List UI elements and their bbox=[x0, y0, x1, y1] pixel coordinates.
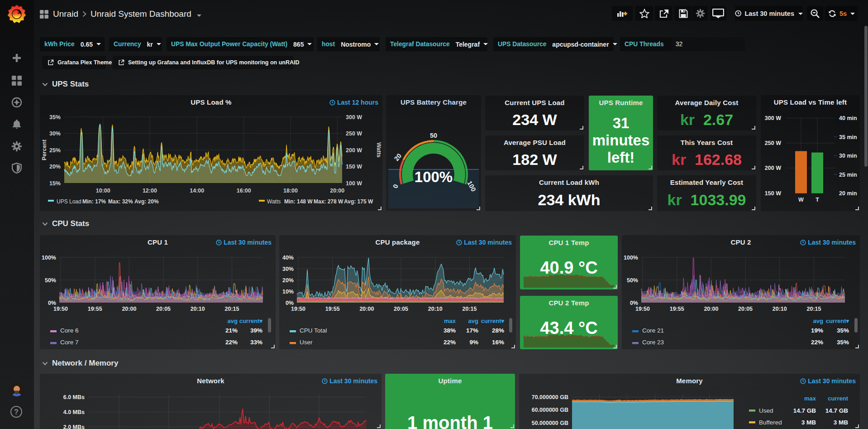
svg-text:50%: 50% bbox=[45, 277, 56, 284]
svg-text:0%: 0% bbox=[48, 300, 56, 306]
svg-text:21%: 21% bbox=[225, 327, 238, 334]
svg-text:35 min: 35 min bbox=[839, 134, 857, 140]
svg-text:max: max bbox=[444, 318, 456, 324]
svg-text:20:05: 20:05 bbox=[156, 306, 171, 312]
svg-text:User: User bbox=[300, 339, 313, 346]
svg-text:14.7 GB: 14.7 GB bbox=[825, 407, 849, 414]
svg-text:40%: 40% bbox=[282, 255, 294, 261]
svg-text:30%: 30% bbox=[282, 266, 294, 272]
svg-text:current▾: current▾ bbox=[239, 318, 263, 324]
svg-text:avg: avg bbox=[468, 318, 478, 324]
svg-text:33%: 33% bbox=[250, 339, 262, 346]
svg-text:Percent: Percent bbox=[41, 139, 48, 160]
svg-text:40 min: 40 min bbox=[839, 115, 857, 121]
svg-text:22%: 22% bbox=[811, 339, 823, 346]
svg-text:20:10: 20:10 bbox=[191, 306, 205, 312]
svg-text:14.7 GB: 14.7 GB bbox=[793, 407, 816, 414]
svg-text:Core 21: Core 21 bbox=[642, 327, 664, 334]
svg-text:28%: 28% bbox=[492, 327, 504, 334]
svg-text:avg: avg bbox=[813, 318, 823, 324]
svg-text:20 min: 20 min bbox=[839, 190, 857, 197]
svg-text:6.0 MBs: 6.0 MBs bbox=[63, 394, 85, 400]
svg-text:100%: 100% bbox=[415, 169, 453, 185]
svg-text:CPU Total: CPU Total bbox=[300, 327, 327, 334]
svg-text:150 W: 150 W bbox=[765, 190, 781, 197]
svg-text:22%: 22% bbox=[444, 339, 456, 346]
svg-text:20:00: 20:00 bbox=[704, 306, 718, 312]
svg-text:4.0 MBs: 4.0 MBs bbox=[63, 409, 85, 415]
svg-text:20%: 20% bbox=[49, 164, 61, 170]
svg-text:20:05: 20:05 bbox=[394, 306, 408, 312]
svg-text:100%: 100% bbox=[42, 255, 56, 261]
svg-text:19:50: 19:50 bbox=[635, 306, 650, 312]
svg-text:15%: 15% bbox=[49, 180, 61, 187]
svg-text:12:00: 12:00 bbox=[143, 188, 157, 194]
svg-text:14:00: 14:00 bbox=[190, 188, 204, 194]
svg-text:19:50: 19:50 bbox=[291, 306, 305, 312]
svg-text:20:15: 20:15 bbox=[463, 306, 477, 312]
svg-text:Min: 148 W: Min: 148 W bbox=[284, 198, 313, 205]
svg-text:0%: 0% bbox=[286, 300, 294, 306]
svg-text:70.000000 GB: 70.000000 GB bbox=[532, 394, 568, 400]
svg-text:38%: 38% bbox=[444, 327, 456, 334]
svg-text:Core 23: Core 23 bbox=[642, 339, 664, 346]
svg-text:20%: 20% bbox=[282, 277, 294, 284]
svg-text:20:15: 20:15 bbox=[225, 306, 239, 312]
svg-text:50: 50 bbox=[430, 132, 437, 139]
svg-text:39%: 39% bbox=[250, 327, 262, 334]
svg-text:20: 20 bbox=[393, 152, 403, 163]
svg-text:2.0 MBs: 2.0 MBs bbox=[63, 424, 85, 429]
svg-text:0%: 0% bbox=[630, 300, 638, 306]
svg-text:100 W: 100 W bbox=[346, 180, 362, 187]
svg-text:Max: 278 W: Max: 278 W bbox=[314, 198, 343, 205]
svg-text:20:10: 20:10 bbox=[428, 306, 443, 312]
svg-text:current: current bbox=[828, 395, 848, 402]
svg-text:300 W: 300 W bbox=[346, 114, 362, 121]
svg-text:3 MB: 3 MB bbox=[834, 419, 849, 426]
svg-text:10:00: 10:00 bbox=[96, 188, 110, 194]
svg-text:250 W: 250 W bbox=[765, 140, 781, 146]
svg-text:20:10: 20:10 bbox=[773, 306, 787, 312]
svg-text:W: W bbox=[798, 197, 804, 203]
svg-text:Core 6: Core 6 bbox=[60, 327, 79, 334]
svg-text:Avg: 175 W: Avg: 175 W bbox=[344, 198, 373, 205]
svg-text:T: T bbox=[816, 197, 819, 203]
svg-text:25%: 25% bbox=[49, 147, 61, 154]
svg-text:20:15: 20:15 bbox=[807, 306, 821, 312]
svg-text:30 min: 30 min bbox=[839, 153, 857, 159]
svg-text:300 W: 300 W bbox=[765, 115, 781, 121]
svg-text:100%: 100% bbox=[624, 255, 638, 261]
svg-text:20:00: 20:00 bbox=[122, 306, 136, 312]
svg-text:Watts: Watts bbox=[376, 142, 382, 158]
svg-text:18:00: 18:00 bbox=[283, 188, 298, 194]
svg-text:19:55: 19:55 bbox=[670, 306, 684, 312]
svg-text:19:50: 19:50 bbox=[53, 306, 68, 312]
svg-text:20:00: 20:00 bbox=[359, 306, 374, 312]
svg-text:20:05: 20:05 bbox=[738, 306, 753, 312]
svg-text:Watts: Watts bbox=[267, 198, 281, 205]
svg-text:10%: 10% bbox=[282, 289, 294, 295]
svg-text:Avg: 20%: Avg: 20% bbox=[134, 198, 159, 205]
svg-text:19:55: 19:55 bbox=[325, 306, 340, 312]
svg-text:9%: 9% bbox=[469, 339, 478, 346]
svg-text:35%: 35% bbox=[837, 339, 849, 346]
svg-text:22%: 22% bbox=[225, 339, 238, 346]
svg-text:Max: 32%: Max: 32% bbox=[108, 198, 133, 205]
svg-text:19%: 19% bbox=[811, 327, 823, 334]
svg-text:16:00: 16:00 bbox=[237, 188, 251, 194]
svg-text:current▾: current▾ bbox=[481, 318, 505, 324]
svg-text:current▾: current▾ bbox=[826, 318, 849, 324]
svg-text:200 W: 200 W bbox=[346, 147, 362, 154]
svg-text:20:00: 20:00 bbox=[330, 188, 344, 194]
svg-text:60.000000 GB: 60.000000 GB bbox=[532, 407, 568, 413]
svg-text:50.000000 GB: 50.000000 GB bbox=[532, 420, 568, 426]
svg-text:UPS Load: UPS Load bbox=[57, 198, 81, 205]
svg-text:16%: 16% bbox=[492, 339, 504, 346]
svg-text:250 W: 250 W bbox=[346, 130, 362, 137]
svg-text:Core 7: Core 7 bbox=[60, 339, 79, 346]
svg-text:50%: 50% bbox=[627, 277, 638, 284]
svg-text:150 W: 150 W bbox=[346, 164, 362, 170]
svg-text:Min: 17%: Min: 17% bbox=[82, 198, 106, 205]
svg-text:35%: 35% bbox=[837, 327, 849, 334]
svg-text:35%: 35% bbox=[49, 114, 61, 121]
